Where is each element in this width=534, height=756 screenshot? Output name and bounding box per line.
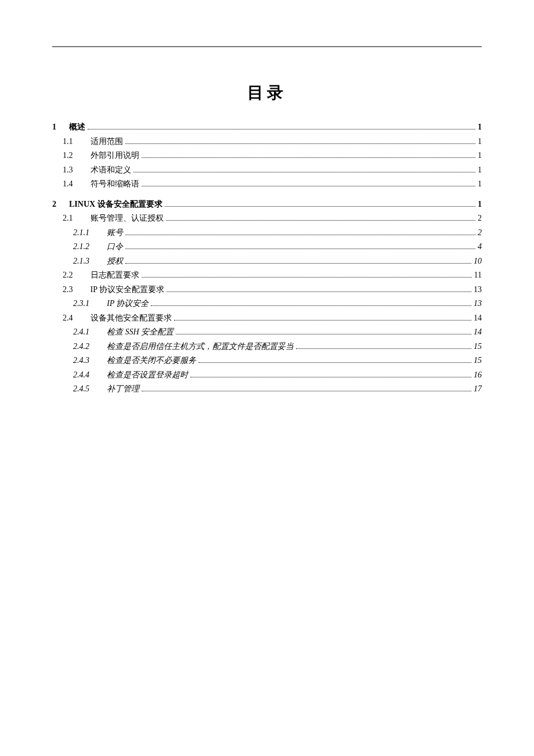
toc-entry[interactable]: 2.4.2检查是否启用信任主机方式，配置文件是否配置妥当15	[52, 340, 482, 354]
toc-leader-dots	[167, 287, 471, 292]
toc-entry-label: 符号和缩略语	[91, 177, 139, 192]
toc-entry-page: 15	[474, 340, 482, 354]
toc-entry[interactable]: 1.4符号和缩略语1	[52, 177, 482, 192]
toc-entry-label: 设备其他安全配置要求	[91, 311, 172, 326]
toc-entry-number: 1.2	[63, 149, 73, 163]
toc-entry-label: IP 协议安全配置要求	[91, 283, 164, 297]
toc-entry[interactable]: 1.1适用范围1	[52, 135, 482, 149]
toc-leader-dots	[165, 202, 475, 207]
toc-leader-dots	[125, 231, 475, 235]
toc-leader-dots	[166, 216, 476, 221]
toc-entry-number: 2.1.2	[73, 240, 89, 254]
toc-entry[interactable]: 2.2日志配置要求11	[52, 268, 482, 283]
toc-leader-dots	[142, 182, 476, 186]
toc-leader-dots	[125, 139, 476, 144]
toc-leader-dots	[199, 358, 471, 363]
toc-entry-page: 17	[474, 382, 482, 397]
toc-entry-number: 2	[52, 197, 56, 212]
toc-entry[interactable]: 2.4.5补丁管理17	[52, 382, 482, 397]
toc-entry-number: 2.3	[63, 283, 73, 297]
toc-leader-dots	[142, 273, 472, 278]
toc-leader-dots	[125, 244, 475, 249]
toc-entry[interactable]: 1概述1	[52, 120, 482, 135]
toc-entry-number: 1.1	[63, 135, 73, 149]
toc-entry[interactable]: 2.3.1IP 协议安全13	[52, 297, 482, 311]
toc-entry[interactable]: 2LINUX 设备安全配置要求1	[52, 197, 482, 212]
toc-leader-dots	[142, 153, 476, 158]
toc-entry[interactable]: 2.3IP 协议安全配置要求13	[52, 283, 482, 297]
toc-entry-page: 2	[478, 226, 482, 240]
toc-entry[interactable]: 2.4.4检查是否设置登录超时16	[52, 368, 482, 383]
toc-leader-dots	[151, 301, 471, 306]
toc-entry-label: 账号管理、认证授权	[91, 211, 164, 226]
toc-entry-page: 1	[478, 177, 482, 192]
toc-entry[interactable]: 2.1账号管理、认证授权2	[52, 211, 482, 226]
toc-leader-dots	[176, 330, 471, 334]
toc-entry-label: 检查是否关闭不必要服务	[107, 354, 196, 368]
toc-leader-dots	[190, 373, 471, 377]
toc-entry-label: 账号	[107, 226, 123, 240]
toc-entry[interactable]: 1.2外部引用说明1	[52, 149, 482, 163]
toc-entry-label: 检查是否设置登录超时	[107, 368, 188, 383]
toc-entry-number: 2.2	[63, 268, 73, 283]
toc-entry-label: 适用范围	[91, 135, 123, 149]
toc-entry-number: 2.3.1	[73, 297, 89, 311]
toc-entry-page: 10	[474, 254, 482, 269]
toc-entry-page: 16	[474, 368, 482, 383]
toc-entry-number: 1.3	[63, 163, 73, 178]
toc-entry-number: 1.4	[63, 177, 73, 192]
toc-entry-label: 日志配置要求	[91, 268, 139, 283]
toc-entry-page: 4	[478, 240, 482, 254]
toc-leader-dots	[125, 259, 471, 264]
toc-entry[interactable]: 2.1.1账号2	[52, 226, 482, 240]
toc-entry-number: 2.4.2	[73, 340, 89, 354]
toc-entry-number: 1	[52, 120, 56, 135]
toc-entry[interactable]: 2.1.3授权10	[52, 254, 482, 269]
toc-leader-dots	[174, 316, 472, 321]
toc-entry-page: 11	[474, 268, 482, 283]
toc-entry[interactable]: 1.3术语和定义1	[52, 163, 482, 178]
toc-entry-page: 1	[478, 149, 482, 163]
toc-entry-number: 2.4.3	[73, 354, 89, 368]
toc-title: 目录	[52, 82, 482, 104]
toc-entry-page: 2	[478, 211, 482, 226]
toc-entry-label: 口令	[107, 240, 123, 254]
toc-entry[interactable]: 2.4.1检查 SSH 安全配置14	[52, 325, 482, 340]
toc-entry-label: IP 协议安全	[107, 297, 149, 311]
toc-entry-number: 2.4	[63, 311, 73, 326]
toc-entry-label: 补丁管理	[107, 382, 139, 397]
toc-entry-page: 1	[478, 163, 482, 178]
toc-entry-page: 1	[478, 197, 482, 212]
toc-entry-number: 2.1.1	[73, 226, 89, 240]
toc-entry-label: 概述	[69, 120, 85, 135]
toc-entry[interactable]: 2.4设备其他安全配置要求14	[52, 311, 482, 326]
toc-leader-dots	[88, 125, 475, 129]
toc-leader-dots	[296, 344, 471, 349]
toc-entry-number: 2.4.4	[73, 368, 89, 383]
toc-list: 1概述11.1适用范围11.2外部引用说明11.3术语和定义11.4符号和缩略语…	[52, 120, 482, 397]
document-page: 目录 1概述11.1适用范围11.2外部引用说明11.3术语和定义11.4符号和…	[0, 0, 534, 756]
toc-entry-page: 13	[474, 297, 482, 311]
toc-entry[interactable]: 2.1.2口令4	[52, 240, 482, 254]
toc-entry-label: 检查是否启用信任主机方式，配置文件是否配置妥当	[107, 340, 294, 354]
toc-entry-page: 15	[474, 354, 482, 368]
toc-entry-number: 2.1	[63, 211, 73, 226]
toc-entry-label: LINUX 设备安全配置要求	[69, 197, 163, 212]
toc-entry-number: 2.1.3	[73, 254, 89, 269]
toc-leader-dots	[134, 168, 476, 172]
toc-entry-number: 2.4.1	[73, 325, 89, 340]
toc-entry-page: 1	[478, 120, 482, 135]
toc-entry-label: 术语和定义	[91, 163, 131, 178]
toc-entry-label: 授权	[107, 254, 123, 269]
toc-section-gap	[52, 192, 482, 197]
toc-entry-page: 13	[474, 283, 482, 297]
toc-leader-dots	[142, 387, 471, 391]
toc-entry-page: 14	[474, 311, 482, 326]
toc-entry-number: 2.4.5	[73, 382, 89, 397]
toc-entry-label: 外部引用说明	[91, 149, 139, 163]
toc-entry-label: 检查 SSH 安全配置	[107, 325, 174, 340]
header-rule	[52, 46, 482, 47]
toc-entry-page: 14	[474, 325, 482, 340]
toc-entry[interactable]: 2.4.3检查是否关闭不必要服务15	[52, 354, 482, 368]
toc-entry-page: 1	[478, 135, 482, 149]
